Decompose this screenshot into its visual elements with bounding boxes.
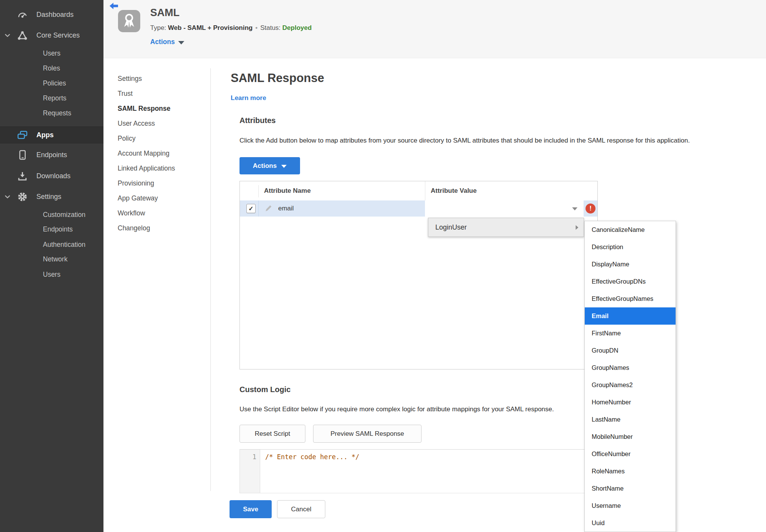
- menu-item-officenumber[interactable]: OfficeNumber: [585, 445, 676, 463]
- attributes-actions-label: Actions: [253, 162, 277, 170]
- chevron-down-icon: [4, 194, 11, 200]
- menu-item-canonicalizename[interactable]: CanonicalizeName: [585, 221, 676, 238]
- app-badge-icon: [118, 10, 140, 32]
- tab-user-access[interactable]: User Access: [118, 116, 155, 131]
- save-button[interactable]: Save: [230, 500, 272, 518]
- type-label: Type:: [150, 24, 166, 31]
- sidebar-item-endpoints[interactable]: Endpoints: [0, 147, 103, 163]
- app-window: SAML Type: Web - SAML + Provisioning•Sta…: [0, 0, 766, 532]
- status-badge: Deployed: [282, 24, 312, 31]
- sidebar-item-label: Settings: [36, 193, 61, 201]
- attributes-actions-button[interactable]: Actions: [239, 157, 300, 174]
- code-area[interactable]: /* Enter code here... */: [265, 453, 359, 461]
- sidebar-item-settings-users[interactable]: Users: [0, 268, 103, 281]
- column-divider: [258, 185, 259, 197]
- sidebar-item-requests[interactable]: Requests: [0, 106, 103, 120]
- chevron-down-icon: [281, 165, 287, 168]
- context-menu-loginuser[interactable]: LoginUser: [428, 218, 584, 237]
- menu-item-description[interactable]: Description: [585, 238, 676, 256]
- sidebar-item-roles[interactable]: Roles: [0, 61, 103, 75]
- tab-saml-response[interactable]: SAML Response: [118, 101, 171, 116]
- attributes-description: Click the Add button below to map attrib…: [239, 137, 690, 144]
- section-title: SAML Response: [231, 71, 324, 85]
- header-actions-label: Actions: [150, 38, 175, 46]
- sidebar-item-dashboards[interactable]: Dashboards: [0, 7, 103, 22]
- column-header-attribute-name: Attribute Name: [264, 181, 311, 200]
- menu-item-shortname[interactable]: ShortName: [585, 480, 676, 497]
- menu-item-groupnames[interactable]: GroupNames: [585, 359, 676, 376]
- menu-item-mobilenumber[interactable]: MobileNumber: [585, 428, 676, 445]
- page-title: SAML: [150, 7, 180, 19]
- phone-icon: [16, 150, 28, 160]
- custom-logic-heading: Custom Logic: [239, 385, 290, 394]
- column-divider: [425, 181, 425, 200]
- subnav-divider: [210, 68, 211, 491]
- sidebar-item-settings[interactable]: Settings: [0, 189, 103, 204]
- menu-item-groupdn[interactable]: GroupDN: [585, 342, 676, 359]
- cell-divider: [258, 200, 259, 217]
- menu-item-username[interactable]: Username: [585, 497, 676, 514]
- reset-script-button[interactable]: Reset Script: [239, 425, 305, 443]
- gear-icon: [16, 192, 28, 202]
- sidebar-item-label: Dashboards: [36, 11, 74, 19]
- menu-item-effectivegroupnames[interactable]: EffectiveGroupNames: [585, 290, 676, 307]
- tab-workflow[interactable]: Workflow: [118, 206, 145, 221]
- header-actions-dropdown[interactable]: Actions: [150, 38, 184, 46]
- sidebar-item-downloads[interactable]: Downloads: [0, 168, 103, 184]
- app-header: SAML Type: Web - SAML + Provisioning•Sta…: [103, 0, 766, 58]
- menu-item-groupnames2[interactable]: GroupNames2: [585, 376, 676, 394]
- menu-item-uuid[interactable]: Uuid: [585, 514, 676, 532]
- sidebar-item-reports[interactable]: Reports: [0, 91, 103, 105]
- tab-policy[interactable]: Policy: [118, 131, 136, 146]
- checkmark-icon: ✓: [248, 205, 253, 212]
- menu-item-lastname[interactable]: LastName: [585, 411, 676, 428]
- menu-item-homenumber[interactable]: HomeNumber: [585, 394, 676, 411]
- table-header: Attribute Name Attribute Value: [240, 181, 597, 201]
- sidebar-item-label: Endpoints: [36, 151, 67, 159]
- tab-changelog[interactable]: Changelog: [118, 221, 150, 236]
- sidebar-item-network[interactable]: Network: [0, 252, 103, 266]
- sidebar-item-label: Apps: [36, 131, 54, 139]
- menu-item-effectivegroupdns[interactable]: EffectiveGroupDNs: [585, 273, 676, 290]
- sidebar-item-label: Downloads: [36, 172, 71, 180]
- tab-linked-applications[interactable]: Linked Applications: [118, 161, 175, 176]
- tab-trust[interactable]: Trust: [118, 86, 133, 101]
- sidebar-item-users[interactable]: Users: [0, 46, 103, 60]
- context-menu-label: LoginUser: [428, 223, 467, 232]
- sidebar-item-settings-endpoints[interactable]: Endpoints: [0, 222, 103, 236]
- sidebar-item-apps[interactable]: Apps: [0, 126, 103, 143]
- tab-account-mapping[interactable]: Account Mapping: [118, 146, 169, 161]
- tab-provisioning[interactable]: Provisioning: [118, 176, 154, 191]
- menu-item-displayname[interactable]: DisplayName: [585, 256, 676, 273]
- custom-logic-description: Use the Script Editor below if you requi…: [239, 406, 554, 413]
- app-meta: Type: Web - SAML + Provisioning•Status: …: [150, 24, 312, 32]
- back-arrow-icon[interactable]: [109, 2, 119, 10]
- column-header-attribute-value: Attribute Value: [431, 181, 477, 200]
- download-icon: [16, 171, 28, 181]
- sidebar-item-authentication[interactable]: Authentication: [0, 238, 103, 251]
- sidebar-item-core-services[interactable]: Core Services: [0, 28, 103, 43]
- pencil-icon[interactable]: [264, 204, 273, 212]
- select-caret-icon: [572, 207, 577, 210]
- chevron-down-icon: [178, 41, 184, 44]
- menu-item-rolenames[interactable]: RoleNames: [585, 463, 676, 480]
- menu-item-email[interactable]: Email: [585, 307, 676, 325]
- sidebar-item-policies[interactable]: Policies: [0, 76, 103, 90]
- attributes-table: Attribute Name Attribute Value ✓ email !: [239, 181, 598, 369]
- context-submenu: CanonicalizeName Description DisplayName…: [584, 221, 676, 532]
- script-editor: 1 /* Enter code here... */: [239, 449, 598, 493]
- row-checkbox[interactable]: ✓: [246, 204, 256, 213]
- learn-more-link[interactable]: Learn more: [231, 94, 266, 102]
- menu-item-firstname[interactable]: FirstName: [585, 325, 676, 342]
- attribute-name-cell: email: [278, 200, 294, 217]
- tab-settings[interactable]: Settings: [118, 71, 142, 86]
- chevron-down-icon: [4, 32, 11, 39]
- status-label: Status:: [260, 24, 280, 31]
- attribute-value-select[interactable]: [425, 200, 584, 217]
- meta-separator: •: [253, 24, 260, 31]
- cancel-button[interactable]: Cancel: [277, 500, 325, 518]
- sidebar-item-customization[interactable]: Customization: [0, 208, 103, 222]
- preview-saml-response-button[interactable]: Preview SAML Response: [313, 425, 422, 443]
- tab-app-gateway[interactable]: App Gateway: [118, 191, 158, 206]
- sidebar-item-label: Core Services: [36, 31, 80, 39]
